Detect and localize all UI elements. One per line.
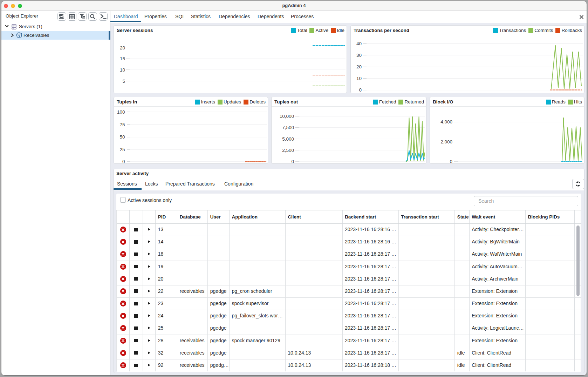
svg-text:4,000: 4,000: [440, 119, 452, 124]
svg-text:20: 20: [120, 45, 125, 51]
svg-text:50: 50: [119, 134, 125, 140]
svg-text:2,500: 2,500: [282, 148, 294, 153]
svg-text:0: 0: [359, 87, 362, 93]
svg-text:7,500: 7,500: [282, 125, 294, 130]
svg-text:0: 0: [122, 159, 125, 163]
svg-text:40: 40: [356, 41, 362, 46]
svg-text:0: 0: [450, 159, 452, 163]
svg-text:0: 0: [291, 159, 294, 163]
svg-text:2,000: 2,000: [440, 139, 452, 144]
svg-text:100: 100: [117, 109, 125, 115]
svg-text:5,000: 5,000: [282, 136, 294, 142]
svg-text:15: 15: [120, 56, 125, 61]
svg-text:30: 30: [356, 53, 362, 58]
svg-text:10,000: 10,000: [280, 114, 294, 119]
svg-text:75: 75: [119, 122, 125, 127]
svg-text:20: 20: [356, 64, 362, 69]
svg-text:10: 10: [356, 76, 362, 81]
svg-text:10: 10: [120, 67, 125, 73]
svg-text:25: 25: [119, 147, 125, 152]
svg-text:5: 5: [122, 79, 125, 84]
